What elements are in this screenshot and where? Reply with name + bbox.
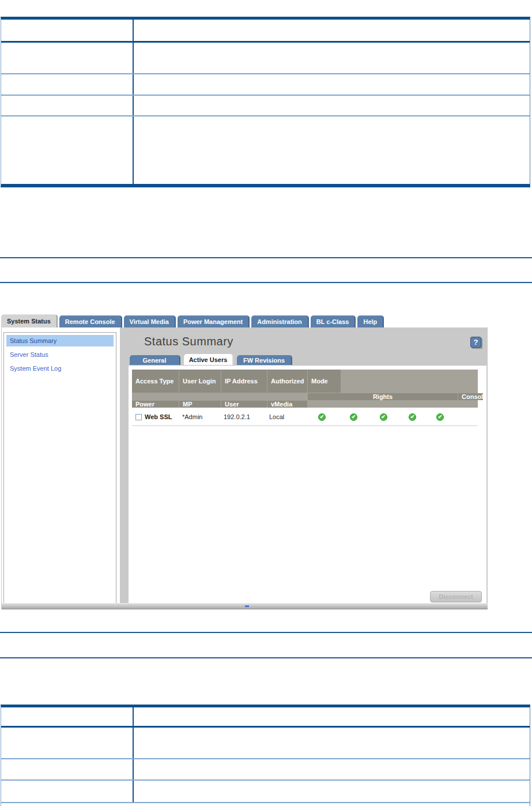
- active-users-table: Access Type User Login IP Address Author…: [132, 370, 478, 426]
- table-cell: [134, 116, 530, 184]
- col-ip-address: IP Address: [221, 370, 267, 393]
- footer-link-mark: [245, 605, 249, 607]
- table-cell: [134, 707, 530, 726]
- col-rights-mp: MP: [179, 401, 221, 408]
- cell-access-type: Web SSL: [132, 408, 179, 425]
- table-row: [1, 728, 530, 759]
- cell-right-vmedia: ✔: [427, 408, 453, 425]
- col-rights: Rights: [308, 393, 458, 400]
- tab-help[interactable]: Help: [357, 315, 384, 327]
- col-rights-user: User: [221, 401, 267, 408]
- reference-table-top: [1, 17, 530, 187]
- tab-virtual-media[interactable]: Virtual Media: [124, 315, 176, 327]
- table-cell: [1, 759, 134, 779]
- table-row: [1, 43, 530, 74]
- tab-bl-c-class[interactable]: BL c-Class: [311, 315, 356, 327]
- tab-administration[interactable]: Administration: [251, 315, 309, 327]
- ilo-content: Status Summary Server Status System Even…: [1, 327, 487, 609]
- separator-rule: [0, 657, 532, 658]
- cell-right-user: ✔: [398, 408, 427, 425]
- col-rights-vmedia: vMedia: [267, 401, 307, 408]
- nav-tab-bar: System Status Remote Console Virtual Med…: [1, 314, 386, 327]
- right-granted-icon: ✔: [436, 413, 444, 421]
- cell-ip-address: 192.0.2.1: [220, 408, 266, 425]
- table-row: [1, 781, 530, 803]
- status-bar: [2, 603, 488, 609]
- right-granted-icon: ✔: [409, 413, 416, 421]
- table-header: Access Type User Login IP Address Author…: [132, 370, 478, 408]
- sub-tab-bar: General Active Users FW Revisions: [130, 354, 296, 365]
- table-row: [1, 96, 530, 116]
- table-cell: [1, 43, 134, 73]
- col-user-login: User Login: [179, 370, 221, 393]
- table-cell: [134, 43, 530, 73]
- cell-right-mp: ✔: [369, 408, 398, 425]
- table-cell: [134, 20, 530, 41]
- col-authorized: Authorized: [267, 370, 307, 393]
- subtab-general[interactable]: General: [130, 355, 180, 365]
- sidebar-item-system-event-log[interactable]: System Event Log: [6, 363, 114, 374]
- cell-mode: [453, 408, 478, 425]
- sidebar-item-server-status[interactable]: Server Status: [6, 349, 114, 360]
- session-checkbox[interactable]: [135, 414, 142, 420]
- right-granted-icon: ✔: [350, 413, 357, 421]
- ilo-screenshot: System Status Remote Console Virtual Med…: [1, 314, 487, 616]
- separator-rule: [0, 282, 532, 283]
- subtab-fw-revisions[interactable]: FW Revisions: [237, 355, 292, 365]
- document-page: System Status Remote Console Virtual Med…: [0, 0, 532, 806]
- access-type-value: Web SSL: [145, 413, 172, 420]
- cell-user-login: *Admin: [179, 408, 220, 425]
- col-rights-console: Console: [458, 393, 483, 400]
- table-cell: [134, 96, 530, 115]
- tab-power-management[interactable]: Power Management: [178, 315, 250, 327]
- table-cell: [1, 116, 134, 184]
- active-users-panel: Access Type User Login IP Address Author…: [129, 365, 486, 607]
- col-rights-power: Power: [132, 401, 179, 408]
- table-row: [1, 116, 530, 184]
- tab-system-status[interactable]: System Status: [1, 314, 58, 327]
- table-cell: [134, 781, 530, 802]
- col-access-type: Access Type: [132, 370, 179, 393]
- sidebar-item-status-summary[interactable]: Status Summary: [6, 335, 114, 346]
- cell-right-console: ✔: [305, 408, 338, 425]
- table-row: Web SSL *Admin 192.0.2.1 Local ✔ ✔ ✔ ✔ ✔: [132, 408, 478, 426]
- reference-table-bottom: [1, 705, 530, 806]
- table-cell: [1, 728, 134, 758]
- right-granted-icon: ✔: [380, 413, 387, 421]
- cell-right-power: ✔: [338, 408, 369, 425]
- table-cell: [134, 74, 530, 95]
- table-cell: [1, 96, 134, 115]
- table-cell: [1, 74, 134, 95]
- separator-rule: [0, 257, 532, 258]
- col-mode: Mode: [308, 370, 341, 393]
- help-button[interactable]: ?: [470, 337, 481, 348]
- separator-rule: [0, 632, 532, 633]
- table-cell: [134, 728, 530, 758]
- table-row: [1, 74, 530, 96]
- disconnect-button[interactable]: Disconnect: [430, 591, 482, 602]
- table-cell: [1, 781, 134, 802]
- table-row: [1, 20, 530, 43]
- sidebar: Status Summary Server Status System Even…: [3, 332, 116, 605]
- subtab-active-users[interactable]: Active Users: [184, 354, 233, 365]
- cell-authorized: Local: [266, 408, 305, 425]
- main-panel: Status Summary ? General Active Users FW…: [120, 327, 488, 609]
- table-cell: [1, 20, 134, 41]
- table-row: [1, 759, 530, 781]
- table-cell: [1, 707, 134, 726]
- tab-remote-console[interactable]: Remote Console: [59, 315, 122, 327]
- table-cell: [134, 759, 530, 779]
- right-granted-icon: ✔: [318, 413, 326, 421]
- page-title: Status Summary: [144, 335, 233, 348]
- table-row: [1, 707, 530, 728]
